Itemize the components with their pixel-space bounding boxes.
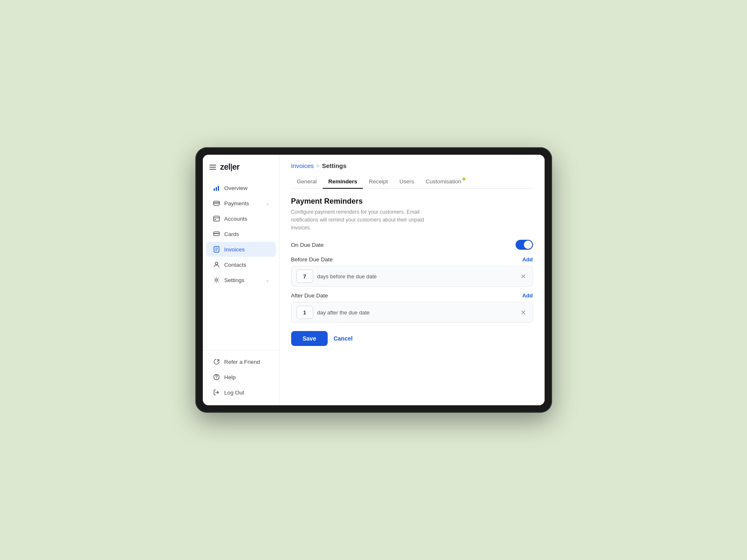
tab-customisation[interactable]: Customisation <box>420 175 467 189</box>
after-due-date-add[interactable]: Add <box>522 292 533 299</box>
sidebar-item-accounts[interactable]: Accounts <box>206 211 276 226</box>
tablet-shell: zeler Overview <box>195 147 552 413</box>
on-due-date-row: On Due Date <box>291 240 533 250</box>
before-due-date-label: Before Due Date <box>291 256 333 263</box>
before-days-text: days before the due date <box>317 273 515 280</box>
menu-icon[interactable] <box>209 165 216 170</box>
breadcrumb-parent[interactable]: Invoices <box>291 162 314 169</box>
refer-icon <box>213 358 220 365</box>
sidebar-item-help[interactable]: Help <box>206 370 276 385</box>
sidebar-item-payments-label: Payments <box>224 200 249 207</box>
toggle-knob <box>524 241 532 249</box>
on-due-date-label: On Due Date <box>291 242 324 248</box>
sidebar-item-refer-label: Refer a Friend <box>224 359 260 365</box>
svg-rect-2 <box>218 186 219 191</box>
before-due-date-remove[interactable]: ✕ <box>519 272 528 280</box>
tab-reminders[interactable]: Reminders <box>323 175 363 189</box>
sidebar-item-logout[interactable]: Log Out <box>206 385 276 400</box>
svg-rect-0 <box>214 188 215 191</box>
before-due-date-entry: 7 days before the due date ✕ <box>291 266 533 287</box>
sidebar: zeler Overview <box>203 155 280 405</box>
sidebar-item-cards[interactable]: Cards <box>206 226 276 241</box>
help-icon <box>213 373 220 381</box>
page-description: Configure payment reminders for your cus… <box>291 208 432 231</box>
main-content: Invoices > Settings General Reminders Re… <box>280 155 545 405</box>
tab-receipt[interactable]: Receipt <box>363 175 394 189</box>
chevron-down-icon: ⌄ <box>265 278 269 283</box>
sidebar-item-invoices[interactable]: Invoices <box>206 242 276 257</box>
after-due-date-header: After Due Date Add <box>291 292 533 299</box>
tab-users[interactable]: Users <box>394 175 420 189</box>
sidebar-item-overview-label: Overview <box>224 185 248 191</box>
logo: zeler <box>220 162 240 172</box>
before-due-date-add[interactable]: Add <box>522 256 533 263</box>
before-due-date-header: Before Due Date Add <box>291 256 533 263</box>
sidebar-item-contacts[interactable]: Contacts <box>206 257 276 272</box>
page-body: Payment Reminders Configure payment remi… <box>280 189 545 405</box>
svg-point-14 <box>215 262 218 265</box>
credit-card-icon <box>213 200 220 207</box>
sidebar-item-overview[interactable]: Overview <box>206 180 276 195</box>
breadcrumb-current: Settings <box>322 162 346 169</box>
sidebar-nav: Overview Payments ⌄ <box>203 177 279 350</box>
sidebar-item-accounts-label: Accounts <box>224 216 248 222</box>
customisation-dot <box>462 178 465 180</box>
sidebar-item-contacts-label: Contacts <box>224 262 246 268</box>
after-due-date-entry: 1 day after the due date ✕ <box>291 302 533 323</box>
sidebar-item-refer[interactable]: Refer a Friend <box>206 354 276 369</box>
cards-icon <box>213 230 220 238</box>
svg-point-7 <box>214 219 216 220</box>
breadcrumb: Invoices > Settings <box>291 162 533 169</box>
sidebar-item-help-label: Help <box>224 374 236 380</box>
contacts-icon <box>213 261 220 268</box>
sidebar-header: zeler <box>203 155 279 177</box>
accounts-icon <box>213 215 220 222</box>
tab-general[interactable]: General <box>291 175 323 189</box>
sidebar-item-logout-label: Log Out <box>224 390 244 396</box>
after-due-date-remove[interactable]: ✕ <box>519 308 528 317</box>
tabs: General Reminders Receipt Users Customis… <box>291 175 533 189</box>
svg-rect-4 <box>214 202 219 204</box>
tablet-screen: zeler Overview <box>203 155 545 405</box>
save-button[interactable]: Save <box>291 331 328 346</box>
sidebar-item-settings[interactable]: Settings ⌄ <box>206 273 276 287</box>
settings-icon <box>213 276 220 284</box>
on-due-date-toggle[interactable] <box>516 240 533 250</box>
svg-rect-5 <box>214 216 219 221</box>
action-buttons: Save Cancel <box>291 331 533 346</box>
sidebar-item-cards-label: Cards <box>224 231 239 237</box>
after-days-input[interactable]: 1 <box>297 306 313 319</box>
sidebar-bottom: Refer a Friend Help <box>203 350 279 405</box>
bar-chart-icon <box>213 184 220 192</box>
after-due-date-label: After Due Date <box>291 292 328 299</box>
after-days-text: day after the due date <box>317 309 515 316</box>
svg-rect-9 <box>214 233 219 234</box>
cancel-button[interactable]: Cancel <box>333 335 353 342</box>
invoices-icon <box>213 246 220 253</box>
svg-point-15 <box>215 279 217 281</box>
sidebar-item-settings-label: Settings <box>224 277 245 283</box>
breadcrumb-separator: > <box>316 163 320 169</box>
svg-rect-1 <box>216 187 217 191</box>
page-header: Invoices > Settings General Reminders Re… <box>280 155 545 189</box>
svg-point-17 <box>216 378 217 379</box>
sidebar-item-payments[interactable]: Payments ⌄ <box>206 196 276 211</box>
page-title: Payment Reminders <box>291 197 533 206</box>
logout-icon <box>213 389 220 396</box>
sidebar-item-invoices-label: Invoices <box>224 246 245 253</box>
chevron-down-icon: ⌄ <box>265 201 269 206</box>
before-days-input[interactable]: 7 <box>297 270 313 283</box>
